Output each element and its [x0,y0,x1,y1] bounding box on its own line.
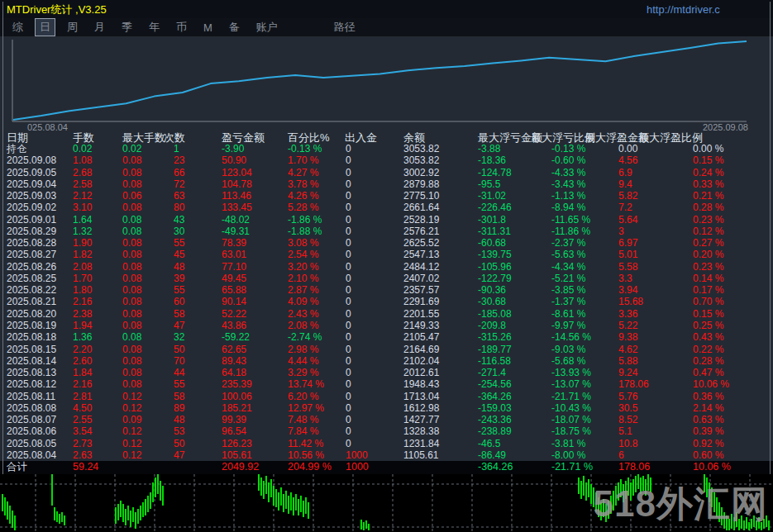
cell: 0 [346,320,351,331]
cell: 53 [174,425,184,437]
cell: 0.08 [122,154,141,166]
cell: 5.01 [618,249,637,260]
cell: 47 [174,449,184,461]
cell: -105.96 [478,261,512,273]
cell: 43 [174,214,184,226]
menu-item-0[interactable]: 综 [8,19,27,36]
cell: 2.87 % [288,284,318,296]
cell: 2357.57 [403,284,439,296]
cell: 2625.52 [403,237,439,249]
menu-item-2[interactable]: 周 [63,19,82,36]
cell: 0.43 % [693,331,723,343]
table-row: 2025.08.202.380.085852.222.43 %02201.55-… [0,308,773,320]
cell: 3.78 % [288,178,318,190]
menu-item-1[interactable]: 日 [36,19,55,36]
title-bar[interactable]: MTDriver统计 ,V3.25 http://mtdriver.c [0,0,773,18]
cell: 0.12 [122,402,141,414]
cell: 0.08 [122,167,141,178]
cell: 0.36 % [693,391,723,402]
cell: -0.13 % [288,143,322,154]
cell: 3.54 [73,425,92,437]
cell: 2.10 % [288,273,318,284]
cell: 6.20 % [288,391,318,402]
cell: -122.79 [478,273,512,284]
menu-item-5[interactable]: 年 [145,19,164,36]
cell: 126.23 [222,438,252,449]
cell: 0.28 % [693,355,723,367]
cell: 63 [174,190,184,202]
cell: 合计 [7,461,27,473]
cell: 2102.04 [403,355,439,367]
cell: 2547.13 [403,249,439,260]
cell: 105.61 [222,449,252,461]
cell: 39 [174,273,184,284]
cell: 2025.09.08 [7,154,56,166]
cell: 3.08 % [288,237,318,249]
menu-item-8[interactable]: 备 [225,19,244,36]
menu-item-7[interactable]: M [199,21,217,35]
cell: 0 [346,167,351,178]
cell: 2012.61 [403,367,439,378]
cell: 0.08 [122,320,141,331]
cell: 2.58 [73,178,92,190]
cell: 89 [174,402,184,414]
cell: 2.08 % [288,320,318,331]
titlebar-url-link[interactable]: http://mtdriver.c [647,3,769,16]
cell: 235.39 [222,378,252,390]
cell: -18.36 [478,154,506,166]
cell: 32 [174,331,184,343]
cell: 0 [346,143,351,154]
cell: -1.88 % [288,226,322,237]
cell: -13.93 % [551,367,591,378]
cell: 0.28 % [693,202,723,213]
cell: -254.56 [478,378,512,390]
cell: 44 [174,367,184,378]
cell: 58 [174,391,184,402]
menu-item-9[interactable]: 账户 [252,19,282,36]
cell: 11.42 % [288,438,323,449]
cell: 2025.08.13 [7,367,56,378]
menu-item-3[interactable]: 月 [90,19,109,36]
cell: -5.68 % [551,355,585,367]
menu-item-6[interactable]: 币 [172,19,191,36]
cell: 2025.08.22 [7,284,56,296]
cell: 0.24 % [693,167,723,178]
cell: 100.06 [222,391,252,402]
cell: -3.90 [222,143,244,154]
cell: 2.16 [73,296,92,307]
cell: -10.43 % [551,402,591,414]
menu-item-path[interactable]: 路径 [330,19,360,36]
window-title: MTDriver统计 ,V3.25 [7,2,107,17]
cell: 113.46 [222,190,251,202]
cell: -3.85 % [551,284,585,296]
cell: 0 [346,402,351,414]
cell: 5.22 [618,320,637,331]
cell: 2025.08.29 [7,226,56,237]
cell: 0.63 % [693,414,723,425]
cell: -185.08 [478,308,512,320]
table-header-row: 日期手数最大手数次数盈亏金额百分比%出入金余额最大浮亏金额最大浮亏比例最大浮盈金… [0,131,773,143]
watermark-518waihui: 518外汇网 [594,480,768,529]
cell: 0.06 [122,190,141,202]
cell: -60.68 [478,237,506,249]
cell: 0.92 % [693,438,723,449]
table-row: 2025.08.221.800.085565.882.87 %02357.57-… [0,284,773,296]
cell: 2025.08.28 [7,237,56,249]
cell: 0.21 % [693,190,723,202]
cell: 3.94 [618,284,637,296]
cell: 50 [174,344,184,355]
cell: 1.70 % [288,154,318,166]
cell: 2.81 [73,391,92,402]
table-row: 2025.08.122.160.0855235.3913.74 %01948.4… [0,378,773,390]
cell: 55 [174,237,184,249]
cell: 2025.08.18 [7,331,56,343]
menu-item-4[interactable]: 季 [117,19,136,36]
cell: -364.26 [478,391,512,402]
cell: 2.55 [73,414,92,425]
cell: -139.75 [478,249,512,260]
cell: 0.09 [122,414,141,425]
cell: 72 [174,178,184,190]
cell: -189.77 [478,344,512,355]
cell: 1948.43 [403,378,439,390]
cell: 2025.08.11 [7,391,55,402]
